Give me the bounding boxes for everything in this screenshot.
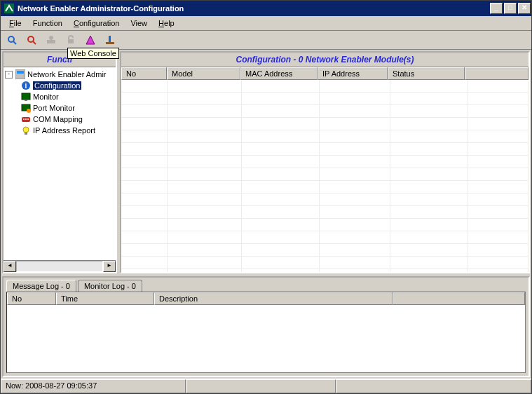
log-col-time[interactable]: Time — [56, 292, 154, 305]
table-row — [121, 105, 528, 118]
info-icon: i — [20, 80, 32, 91]
collapse-icon[interactable]: - — [5, 71, 13, 79]
function-tree[interactable]: - Network Enabler Admir i Configuration … — [4, 67, 116, 260]
tool-search-icon[interactable] — [4, 32, 20, 48]
svg-rect-7 — [68, 39, 74, 43]
monitor-icon — [20, 91, 32, 102]
col-status[interactable]: Status — [388, 67, 465, 80]
log-pane: Message Log - 0 Monitor Log - 0 No Time … — [2, 276, 530, 377]
tree-item-port-monitor[interactable]: Port Monitor — [5, 102, 114, 114]
admin-icon — [15, 69, 26, 80]
scroll-right-icon[interactable]: ► — [103, 261, 116, 272]
table-row — [121, 80, 528, 93]
table-row — [121, 257, 528, 269]
tool-unlock-icon[interactable] — [62, 32, 79, 48]
col-extra[interactable] — [465, 67, 528, 80]
menu-configuration[interactable]: Configuration — [68, 18, 125, 29]
grid-header: No Model MAC Address IP Address Status — [121, 67, 528, 80]
svg-point-17 — [27, 109, 31, 113]
tree-root-label: Network Enabler Admir — [27, 70, 107, 79]
svg-line-2 — [13, 41, 16, 44]
window-title: Network Enabler Administrator-Configurat… — [18, 4, 489, 13]
table-row — [121, 130, 528, 143]
menu-function[interactable]: Function — [27, 18, 68, 29]
tree-item-com-mapping[interactable]: COM Mapping — [5, 114, 114, 125]
statusbar: Now: 2008-08-27 09:05:37 — [1, 379, 531, 393]
log-tabs: Message Log - 0 Monitor Log - 0 — [4, 278, 528, 292]
app-window: Network Enabler Administrator-Configurat… — [0, 0, 532, 394]
close-button[interactable]: ✕ — [518, 3, 531, 14]
toolbar: Web Console — [1, 31, 531, 50]
tool-exit-icon[interactable] — [102, 32, 118, 48]
svg-point-6 — [49, 36, 53, 40]
log-grid-header: No Time Description — [7, 292, 525, 305]
table-row — [121, 244, 528, 257]
tab-monitor-log[interactable]: Monitor Log - 0 — [78, 280, 142, 292]
svg-point-21 — [27, 118, 29, 120]
table-row — [121, 168, 528, 181]
app-icon — [4, 3, 15, 14]
menubar: File Function Configuration View Help — [1, 16, 531, 31]
tree-item-label: COM Mapping — [33, 115, 83, 123]
col-model[interactable]: Model — [167, 67, 240, 80]
log-col-desc[interactable]: Description — [154, 292, 393, 305]
window-buttons: _ □ ✕ — [489, 2, 531, 15]
svg-rect-9 — [106, 42, 114, 44]
table-row — [121, 193, 528, 206]
maximize-button[interactable]: □ — [504, 3, 517, 14]
table-row — [121, 181, 528, 193]
scroll-left-icon[interactable]: ◄ — [4, 261, 16, 272]
log-col-no[interactable]: No — [7, 292, 56, 305]
tool-locate-icon[interactable] — [43, 32, 60, 48]
tree-root[interactable]: - Network Enabler Admir — [5, 69, 114, 80]
tool-search-red-icon[interactable] — [23, 32, 40, 48]
log-grid-body[interactable] — [7, 305, 525, 372]
col-ip[interactable]: IP Address — [318, 67, 388, 80]
left-hscroll[interactable]: ◄ ► — [4, 260, 116, 272]
log-col-extra[interactable] — [393, 292, 525, 305]
svg-rect-23 — [25, 133, 27, 135]
right-panel: Configuration - 0 Network Enabler Module… — [120, 51, 530, 273]
titlebar: Network Enabler Administrator-Configurat… — [1, 1, 531, 16]
table-row — [121, 269, 528, 272]
tree-item-label: IP Address Report — [33, 126, 95, 135]
col-no[interactable]: No — [121, 67, 167, 80]
svg-line-4 — [33, 41, 36, 44]
tree-item-ip-report[interactable]: IP Address Report — [5, 125, 114, 136]
svg-rect-15 — [25, 100, 27, 101]
grid-body[interactable]: // produce empty striped rows — [121, 80, 528, 272]
menu-view[interactable]: View — [125, 18, 153, 29]
tree-item-label: Port Monitor — [33, 104, 75, 112]
port-monitor-icon — [20, 102, 32, 114]
table-row — [121, 143, 528, 156]
status-cell-2 — [186, 379, 336, 393]
col-mac[interactable]: MAC Address — [240, 67, 318, 80]
log-grid: No Time Description — [6, 292, 526, 373]
tooltip: Web Console — [67, 48, 119, 59]
table-row — [121, 156, 528, 168]
svg-point-22 — [23, 127, 29, 133]
bulb-icon — [20, 125, 32, 136]
svg-rect-11 — [17, 71, 24, 74]
tree-item-label: Configuration — [33, 81, 81, 90]
minimize-button[interactable]: _ — [490, 3, 503, 14]
status-cell-3 — [336, 379, 531, 393]
tree-item-configuration[interactable]: i Configuration — [5, 80, 114, 91]
svg-rect-14 — [22, 93, 30, 100]
table-row — [121, 219, 528, 231]
tree-item-label: Monitor — [33, 93, 59, 101]
menu-help[interactable]: Help — [153, 18, 180, 29]
tree-item-monitor[interactable]: Monitor — [5, 91, 114, 102]
tool-web-console-icon[interactable] — [82, 32, 99, 48]
left-panel: Functi - Network Enabler Admir i Configu… — [2, 51, 117, 273]
menu-file[interactable]: File — [4, 18, 27, 29]
table-row — [121, 93, 528, 105]
scroll-track[interactable] — [16, 261, 103, 272]
table-row — [121, 206, 528, 219]
com-mapping-icon — [20, 114, 32, 125]
svg-point-1 — [8, 36, 14, 42]
svg-point-20 — [25, 118, 27, 120]
tab-message-log[interactable]: Message Log - 0 — [6, 280, 76, 292]
table-row — [121, 118, 528, 130]
status-now: Now: 2008-08-27 09:05:37 — [1, 379, 186, 393]
